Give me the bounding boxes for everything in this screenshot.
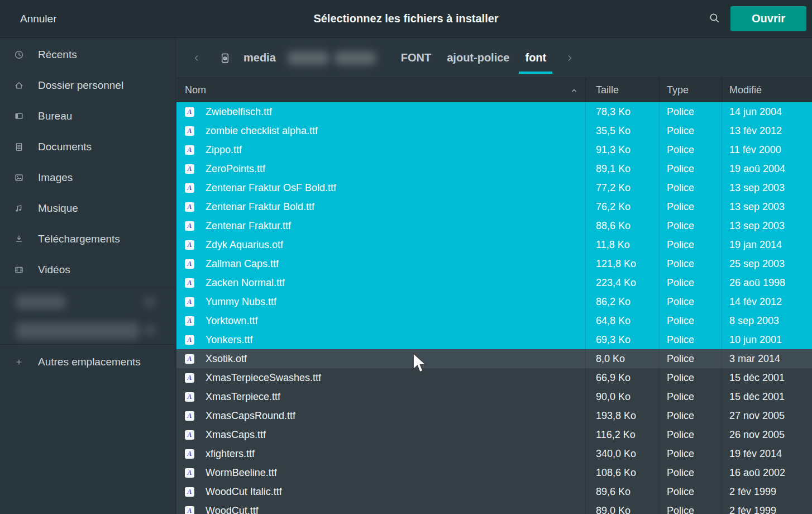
breadcrumb-item-ajout-police[interactable]: ajout-police — [440, 38, 517, 78]
file-row[interactable]: A XmasTerpiece.ttf 90,0 Ko Police 15 déc… — [176, 387, 812, 406]
file-type: Police — [659, 273, 722, 292]
chevron-up-icon — [570, 86, 579, 95]
file-type: Police — [659, 102, 722, 121]
document-icon — [13, 141, 25, 153]
sidebar-item-other-locations[interactable]: Autres emplacements — [0, 346, 175, 377]
file-type: Police — [659, 425, 722, 444]
font-file-icon: A — [185, 354, 194, 364]
file-row[interactable]: A XmasCaps.ttf 116,2 Ko Police 26 nov 20… — [176, 425, 812, 444]
file-modified: 2 fév 1999 — [722, 501, 812, 514]
sidebar-places: Récents Dossier personnel Bureau Documen… — [0, 38, 175, 285]
file-size: 64,8 Ko — [585, 311, 659, 330]
file-row[interactable]: A WoodCut.ttf 89,0 Ko Police 2 fév 1999 — [176, 501, 812, 514]
file-row[interactable]: A Xsotik.otf 8,0 Ko Police 3 mar 2014 — [176, 349, 812, 368]
search-button[interactable] — [705, 9, 724, 28]
breadcrumb-item-blurred[interactable] — [284, 38, 393, 78]
font-file-icon: A — [185, 487, 194, 497]
file-row[interactable]: A Zdyk Aquarius.otf 11,8 Ko Police 19 ja… — [176, 235, 812, 254]
file-modified: 14 fév 2012 — [722, 292, 812, 311]
font-file-icon: A — [185, 468, 194, 478]
column-header-name[interactable]: Nom — [176, 78, 585, 102]
font-file-icon: A — [185, 202, 194, 212]
sidebar-item-dossier-personnel[interactable]: Dossier personnel — [0, 70, 175, 101]
file-modified: 19 fév 2014 — [722, 444, 812, 463]
file-type: Police — [659, 254, 722, 273]
font-file-icon: A — [185, 145, 194, 155]
file-row[interactable]: A Zacken Normal.ttf 223,4 Ko Police 26 a… — [176, 273, 812, 292]
font-file-icon: A — [185, 373, 194, 383]
file-name: ZeroPoints.ttf — [206, 163, 265, 175]
file-size: 223,4 Ko — [585, 273, 659, 292]
file-type: Police — [659, 121, 722, 140]
sidebar-item-bureau[interactable]: Bureau — [0, 101, 175, 131]
sidebar-item-t-l-chargements[interactable]: Téléchargements — [0, 223, 175, 254]
sidebar-item-images[interactable]: Images — [0, 162, 175, 193]
cancel-button[interactable]: Annuler — [19, 9, 58, 28]
file-row[interactable]: A ZeroPoints.ttf 89,1 Ko Police 19 aoû 2… — [176, 159, 812, 178]
sidebar-item-r-cents[interactable]: Récents — [0, 39, 175, 70]
file-chooser-dialog: Annuler Sélectionnez les fichiers à inst… — [0, 0, 812, 514]
image-icon — [13, 172, 25, 183]
breadcrumb-item-font[interactable]: font — [518, 38, 553, 78]
file-row[interactable]: A XmasTerpieceSwashes.ttf 66,9 Ko Police… — [176, 368, 812, 387]
file-modified: 26 aoû 1998 — [722, 273, 812, 292]
file-row[interactable]: A Zentenar Fraktur OsF Bold.ttf 77,2 Ko … — [176, 178, 812, 197]
file-row[interactable]: A Zentenar Fraktur.ttf 88,6 Ko Police 13… — [176, 216, 812, 235]
font-file-icon: A — [185, 278, 194, 288]
breadcrumb: media FONT ajout-police font — [236, 38, 554, 78]
font-file-icon: A — [185, 449, 194, 459]
file-row[interactable]: A XmasCapsRound.ttf 193,8 Ko Police 27 n… — [176, 406, 812, 425]
file-row[interactable]: A xfighters.ttf 340,0 Ko Police 19 fév 2… — [176, 444, 812, 463]
music-icon — [13, 203, 25, 214]
file-row[interactable]: A Yorktown.ttf 64,8 Ko Police 8 sep 2003 — [176, 311, 812, 330]
sidebar-mount-blurred[interactable] — [0, 289, 175, 316]
file-name: Zippo.ttf — [206, 144, 242, 156]
file-size: 8,0 Ko — [585, 349, 659, 368]
file-type: Police — [659, 235, 722, 254]
file-name: Yorktown.ttf — [206, 315, 257, 327]
desktop-icon — [13, 111, 25, 122]
column-header-type[interactable]: Type — [659, 78, 722, 102]
file-type: Police — [659, 463, 722, 482]
file-row[interactable]: A Yonkers.ttf 69,3 Ko Police 10 jun 2001 — [176, 330, 812, 349]
file-row[interactable]: A Zentenar Fraktur Bold.ttf 76,2 Ko Poli… — [176, 197, 812, 216]
breadcrumb-item-media[interactable]: media — [236, 38, 283, 78]
sidebar-item-musique[interactable]: Musique — [0, 193, 175, 223]
sidebar-item-label: Bureau — [38, 110, 72, 122]
file-row[interactable]: A Zippo.ttf 91,3 Ko Police 11 fév 2000 — [176, 140, 812, 159]
open-button[interactable]: Ouvrir — [730, 6, 806, 31]
file-row[interactable]: A Zallman Caps.ttf 121,8 Ko Police 25 se… — [176, 254, 812, 273]
chevron-right-icon[interactable] — [562, 50, 577, 66]
file-type: Police — [659, 159, 722, 178]
column-header-size[interactable]: Taille — [585, 78, 659, 102]
font-file-icon: A — [185, 240, 194, 250]
file-row[interactable]: A WormBeeline.ttf 108,6 Ko Police 16 aoû… — [176, 463, 812, 482]
file-name: Zallman Caps.ttf — [206, 258, 279, 270]
sidebar-item-label: Images — [38, 172, 73, 184]
font-file-icon: A — [185, 221, 194, 231]
file-row[interactable]: A Yummy Nubs.ttf 86,2 Ko Police 14 fév 2… — [176, 292, 812, 311]
sidebar-item-label: Dossier personnel — [38, 79, 123, 92]
file-row[interactable]: A WoodCut Italic.ttf 89,6 Ko Police 2 fé… — [176, 482, 812, 501]
sidebar-mount-blurred[interactable] — [0, 316, 175, 342]
file-type: Police — [659, 178, 722, 197]
sidebar-item-vid-os[interactable]: Vidéos — [0, 254, 175, 285]
file-modified: 2 fév 1999 — [722, 482, 812, 501]
file-modified: 15 déc 2001 — [722, 387, 812, 406]
breadcrumb-item-font[interactable]: FONT — [394, 38, 438, 78]
column-header-modified[interactable]: Modifié — [722, 78, 812, 102]
file-size: 90,0 Ko — [585, 387, 659, 406]
file-type: Police — [659, 197, 722, 216]
file-row[interactable]: A Zwiebelfisch.ttf 78,3 Ko Police 14 jun… — [176, 102, 812, 121]
font-file-icon: A — [185, 411, 194, 421]
sidebar-item-documents[interactable]: Documents — [0, 131, 175, 162]
file-name: zombie checklist alpha.ttf — [206, 125, 318, 137]
file-name: Zentenar Fraktur Bold.ttf — [206, 201, 314, 213]
file-size: 35,5 Ko — [585, 121, 659, 140]
file-name: Xsotik.otf — [206, 353, 247, 365]
file-modified: 19 aoû 2004 — [722, 159, 812, 178]
chevron-left-icon[interactable] — [189, 50, 204, 66]
download-icon — [13, 234, 25, 245]
file-row[interactable]: A zombie checklist alpha.ttf 35,5 Ko Pol… — [176, 121, 812, 140]
font-file-icon: A — [185, 164, 194, 174]
